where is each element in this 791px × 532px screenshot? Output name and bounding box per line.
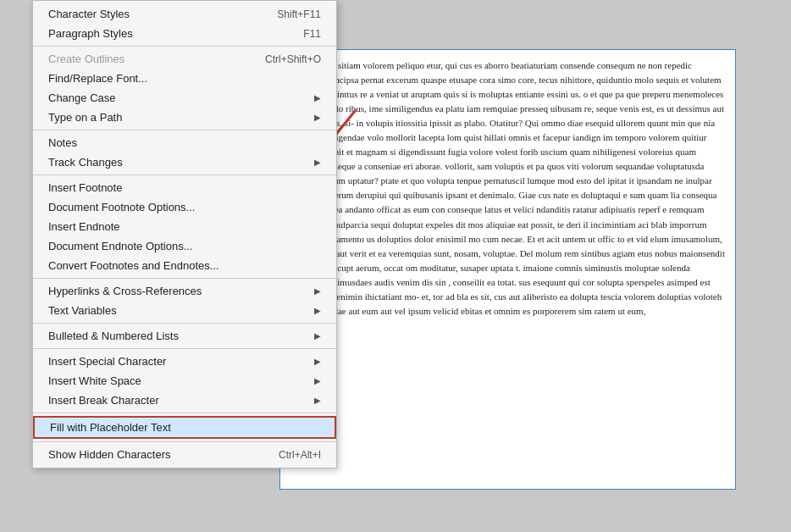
menu-item-bulleted-numbered[interactable]: Bulleted & Numbered Lists▶: [33, 326, 336, 346]
menu-item-type-on-path[interactable]: Type on a Path▶: [33, 108, 336, 127]
menu-item-label-fill-placeholder-text: Fill with Placeholder Text: [50, 421, 319, 434]
menu-item-shortcut-character-styles: Shift+F11: [277, 8, 321, 20]
menu-item-paragraph-styles[interactable]: Paragraph StylesF11: [33, 24, 336, 43]
menu-item-label-character-styles: Character Styles: [48, 8, 260, 20]
menu-item-fill-placeholder-text[interactable]: Fill with Placeholder Text: [33, 416, 336, 439]
menu-item-show-hidden-characters[interactable]: Show Hidden CharactersCtrl+Alt+I: [33, 445, 336, 464]
document-text-box: odi di conse sitiam volorem peliquo etur…: [279, 49, 736, 490]
menu-divider: [33, 323, 336, 324]
menu-divider: [33, 46, 336, 47]
menu-divider: [33, 278, 336, 279]
submenu-arrow-text-variables: ▶: [314, 306, 321, 315]
menu-item-label-track-changes: Track Changes: [48, 156, 307, 169]
menu-item-create-outlines: Create OutlinesCtrl+Shift+O: [33, 49, 336, 69]
menu-item-find-replace-font[interactable]: Find/Replace Font...: [33, 69, 336, 88]
menu-divider: [33, 175, 336, 175]
submenu-arrow-hyperlinks-cross: ▶: [314, 286, 321, 296]
menu-divider: [33, 413, 336, 413]
submenu-arrow-bulleted-numbered: ▶: [314, 331, 321, 341]
menu-item-label-hyperlinks-cross: Hyperlinks & Cross-References: [48, 285, 307, 297]
menu-item-insert-endnote[interactable]: Insert Endnote: [33, 217, 336, 236]
submenu-arrow-track-changes: ▶: [314, 158, 321, 167]
menu-item-label-document-footnote-options: Document Footnote Options...: [48, 201, 321, 213]
submenu-arrow-insert-break-character: ▶: [314, 396, 321, 405]
menu-item-label-show-hidden-characters: Show Hidden Characters: [48, 448, 262, 461]
menu-divider: [33, 441, 336, 442]
menu-item-label-insert-white-space: Insert White Space: [48, 374, 307, 387]
menu-item-notes[interactable]: Notes: [33, 133, 336, 152]
menu-item-convert-footnotes[interactable]: Convert Footnotes and Endnotes...: [33, 256, 336, 275]
menu-item-character-styles[interactable]: Character StylesShift+F11: [33, 4, 336, 24]
menu-item-label-create-outlines: Create Outlines: [48, 53, 248, 65]
menu-item-label-find-replace-font: Find/Replace Font...: [48, 72, 321, 85]
menu-item-label-insert-footnote: Insert Footnote: [48, 181, 321, 194]
menu-item-track-changes[interactable]: Track Changes▶: [33, 152, 336, 172]
menu-item-text-variables[interactable]: Text Variables▶: [33, 301, 336, 320]
menu-item-label-insert-break-character: Insert Break Character: [48, 394, 307, 407]
menu-divider: [33, 130, 336, 130]
menu-item-insert-white-space[interactable]: Insert White Space▶: [33, 371, 336, 391]
menu-item-label-type-on-path: Type on a Path: [48, 111, 307, 124]
menu-item-label-document-endnote-options: Document Endnote Options...: [48, 240, 321, 252]
menu-item-shortcut-paragraph-styles: F11: [303, 28, 321, 40]
menu-item-document-footnote-options[interactable]: Document Footnote Options...: [33, 197, 336, 217]
menu-item-insert-footnote[interactable]: Insert Footnote: [33, 178, 336, 197]
submenu-arrow-insert-special-character: ▶: [314, 357, 321, 366]
document-content: odi di conse sitiam volorem peliquo etur…: [290, 58, 725, 319]
menu-item-label-paragraph-styles: Paragraph Styles: [48, 27, 286, 40]
menu-item-hyperlinks-cross[interactable]: Hyperlinks & Cross-References▶: [33, 281, 336, 301]
menu-item-label-bulleted-numbered: Bulleted & Numbered Lists: [48, 330, 307, 342]
submenu-arrow-change-case: ▶: [314, 93, 321, 103]
context-menu: Character StylesShift+F11Paragraph Style…: [32, 0, 337, 468]
menu-item-insert-special-character[interactable]: Insert Special Character▶: [33, 352, 336, 371]
menu-item-label-insert-special-character: Insert Special Character: [48, 355, 307, 368]
menu-item-document-endnote-options[interactable]: Document Endnote Options...: [33, 236, 336, 256]
menu-item-label-notes: Notes: [48, 136, 321, 149]
menu-divider: [33, 348, 336, 349]
menu-item-change-case[interactable]: Change Case▶: [33, 88, 336, 108]
menu-item-label-change-case: Change Case: [48, 91, 307, 104]
menu-item-label-convert-footnotes: Convert Footnotes and Endnotes...: [48, 259, 321, 272]
menu-item-label-text-variables: Text Variables: [48, 304, 307, 317]
menu-item-insert-break-character[interactable]: Insert Break Character▶: [33, 391, 336, 410]
menu-item-label-insert-endnote: Insert Endnote: [48, 220, 321, 233]
submenu-arrow-type-on-path: ▶: [314, 113, 321, 122]
menu-item-shortcut-create-outlines: Ctrl+Shift+O: [265, 53, 321, 65]
submenu-arrow-insert-white-space: ▶: [314, 376, 321, 385]
menu-item-shortcut-show-hidden-characters: Ctrl+Alt+I: [279, 449, 321, 461]
